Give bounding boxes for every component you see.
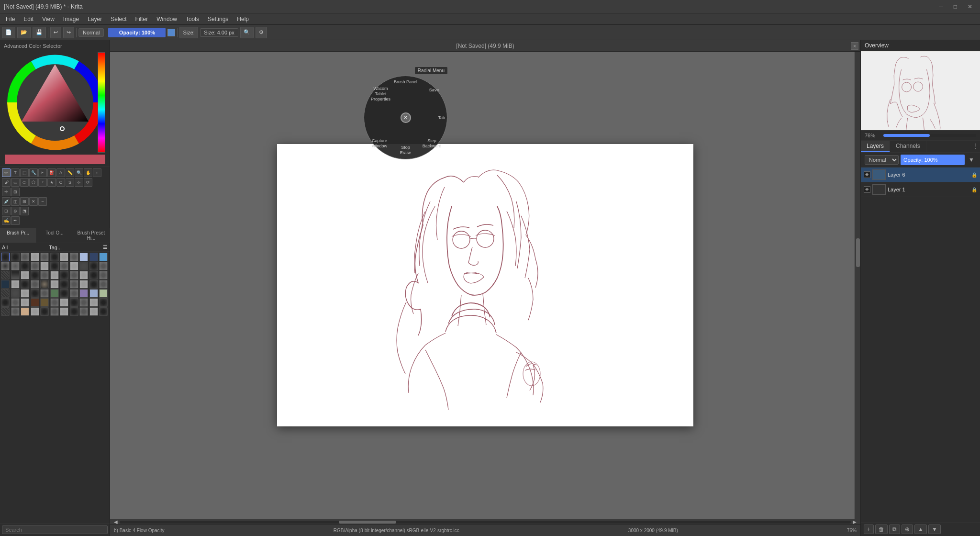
menu-file[interactable]: File (2, 15, 19, 23)
preset-item[interactable] (1, 262, 10, 270)
add-layer-btn[interactable]: + (864, 525, 874, 534)
preset-item[interactable] (50, 280, 59, 289)
preset-item[interactable] (99, 280, 108, 289)
color-wheel[interactable] (5, 52, 105, 153)
tool-star[interactable]: ★ (47, 178, 56, 187)
brush-tab-history[interactable]: Brush Preset Hi... (73, 228, 110, 243)
menu-select[interactable]: Select (107, 15, 130, 23)
tool-grid[interactable]: ⊞ (11, 188, 20, 196)
preset-item[interactable] (1, 253, 10, 261)
toolbar-save[interactable]: 💾 (33, 27, 46, 38)
brush-tab-presets[interactable]: Brush Pr... (0, 228, 36, 243)
preset-item[interactable] (40, 262, 49, 270)
preset-item[interactable] (11, 307, 20, 316)
tool-smart[interactable]: S (66, 178, 74, 187)
tool-ellipse[interactable]: ⬭ (20, 178, 29, 187)
tool-gradient[interactable]: ◫ (11, 197, 20, 206)
move-up-btn[interactable]: ▲ (914, 525, 927, 534)
color-strip[interactable] (98, 52, 105, 153)
menu-layer[interactable]: Layer (84, 15, 106, 23)
preset-item[interactable] (79, 271, 88, 279)
radial-item-step-backward[interactable]: StepBackward (421, 138, 443, 149)
scrollbar-thumb-vertical[interactable] (856, 238, 860, 267)
radial-item-save[interactable]: Save (424, 88, 444, 92)
preset-item[interactable] (40, 298, 49, 307)
canvas-viewport[interactable]: Radial Menu ✕ Brush Panel Save Tab StepB… (110, 52, 860, 519)
preset-item[interactable] (21, 253, 29, 261)
preset-item[interactable] (99, 289, 108, 298)
preset-item[interactable] (70, 280, 78, 289)
preset-item[interactable] (11, 298, 20, 307)
preset-item[interactable] (79, 298, 88, 307)
preset-item[interactable] (31, 253, 39, 261)
scrollbar-horizontal[interactable]: ◀ ▶ (110, 519, 860, 525)
preset-item[interactable] (50, 298, 59, 307)
tool-freehand2[interactable]: ✒ (11, 216, 20, 225)
presets-tag[interactable]: Tag... (49, 245, 62, 250)
preset-item[interactable] (60, 271, 68, 279)
layers-menu-btn[interactable]: ⋮ (970, 141, 980, 152)
radial-center-close[interactable]: ✕ (401, 112, 411, 123)
toolbar-redo[interactable]: ↪ (63, 27, 74, 38)
preset-item[interactable] (50, 262, 59, 270)
menu-image[interactable]: Image (59, 15, 83, 23)
preset-item[interactable] (31, 280, 39, 289)
canvas-close-btn[interactable]: × (851, 42, 858, 50)
preset-item[interactable] (79, 280, 88, 289)
toolbar-zoom[interactable]: 🔍 (240, 27, 254, 38)
maximize-btn[interactable]: □ (950, 2, 961, 11)
tool-crop[interactable]: ✂ (38, 168, 47, 177)
tool-paint[interactable]: ✏ (2, 168, 11, 177)
preset-item[interactable] (11, 280, 20, 289)
tool-path[interactable]: ◜ (38, 178, 47, 187)
preset-item[interactable] (50, 271, 59, 279)
current-color-bar[interactable] (5, 155, 105, 164)
preset-item[interactable] (21, 262, 29, 270)
canvas-bg[interactable] (277, 144, 693, 426)
preset-item[interactable] (89, 307, 98, 316)
preset-item[interactable] (31, 262, 39, 270)
preset-item[interactable] (99, 307, 108, 316)
size-input[interactable]: Size: 4.00 px (200, 28, 238, 37)
preset-item[interactable] (70, 253, 78, 261)
tool-move[interactable]: ✛ (2, 188, 11, 196)
layer-eye-layer1[interactable]: 👁 (864, 186, 870, 193)
preset-item[interactable] (11, 289, 20, 298)
preset-item[interactable] (21, 298, 29, 307)
preset-item[interactable] (79, 307, 88, 316)
tool-similar-select[interactable]: ⊛ (11, 207, 20, 215)
radial-item-stop-erase[interactable]: StopErase (394, 145, 418, 156)
tool-multibrush[interactable]: ⊹ (75, 178, 83, 187)
preset-item[interactable] (99, 253, 108, 261)
close-btn[interactable]: ✕ (964, 2, 976, 11)
tool-smudge[interactable]: ~ (38, 197, 47, 206)
blend-mode-select[interactable]: Normal (865, 155, 899, 165)
preset-item[interactable] (21, 280, 29, 289)
scroll-right-btn[interactable]: ▶ (851, 519, 858, 525)
menu-settings[interactable]: Settings (204, 15, 232, 23)
preset-item[interactable] (21, 289, 29, 298)
preset-item[interactable] (50, 307, 59, 316)
overview-thumbnail[interactable] (861, 51, 980, 130)
tool-pan[interactable]: ✋ (84, 168, 92, 177)
preset-item[interactable] (70, 289, 78, 298)
preset-item[interactable] (40, 307, 49, 316)
menu-view[interactable]: View (38, 15, 58, 23)
tool-polygon[interactable]: ⬡ (29, 178, 38, 187)
tool-measure[interactable]: 📏 (66, 168, 74, 177)
preset-item[interactable] (11, 262, 20, 270)
radial-item-capture-window[interactable]: CaptureWindow (368, 138, 391, 149)
scroll-left-btn[interactable]: ◀ (112, 519, 120, 525)
tool-mirror[interactable]: ↔ (93, 168, 101, 177)
preset-item[interactable] (31, 307, 39, 316)
tool-transform[interactable]: T (11, 168, 20, 177)
tab-layers[interactable]: Layers (861, 141, 890, 152)
preset-item[interactable] (1, 271, 10, 279)
opacity-bar[interactable]: Opacity: 100% (108, 28, 166, 37)
scrollbar-thumb-h[interactable] (339, 521, 396, 524)
tool-lasso[interactable]: 🔧 (29, 168, 38, 177)
preset-item[interactable] (1, 298, 10, 307)
preset-item[interactable] (89, 280, 98, 289)
blend-mode-select[interactable]: Normal (78, 28, 104, 37)
preset-item[interactable] (60, 253, 68, 261)
